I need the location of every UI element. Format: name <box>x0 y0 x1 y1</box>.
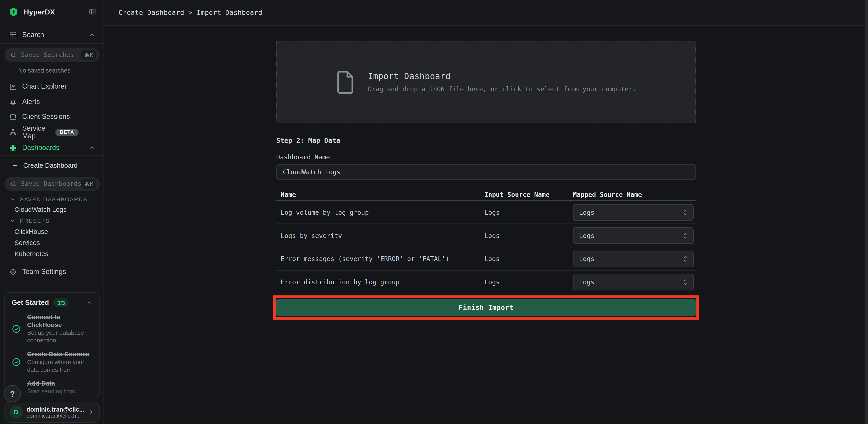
get-started-header[interactable]: Get Started 3/3 <box>11 298 92 307</box>
input-source-cell: Logs <box>485 278 573 286</box>
sidebar-item-label: Team Settings <box>22 268 66 275</box>
group-title: PRESETS <box>20 218 50 224</box>
table-header-row: Name Input Source Name Mapped Source Nam… <box>276 189 696 201</box>
chart-name-cell: Error distribution by log group <box>276 278 484 286</box>
beta-badge: BETA <box>55 129 79 136</box>
no-saved-searches-text: No saved searches <box>18 67 70 73</box>
sidebar-item-label: Dashboards <box>22 144 60 152</box>
chevron-up-down-icon <box>682 255 689 262</box>
table-row: Logs by severity Logs Logs <box>276 224 696 247</box>
mapped-source-value: Logs <box>579 231 682 239</box>
file-icon <box>336 70 356 95</box>
saved-searches-placeholder: Saved Searches <box>21 52 82 59</box>
breadcrumb: Create Dashboard > Import Dashboard <box>119 9 262 17</box>
preset-link-label: ClickHouse <box>14 228 48 235</box>
chevron-up-icon[interactable] <box>86 299 92 306</box>
preset-link-services[interactable]: Services <box>14 238 40 248</box>
magnifier-icon <box>10 52 17 59</box>
user-name: dominic.tran@clic... <box>27 406 88 412</box>
source-mapping-table: Name Input Source Name Mapped Source Nam… <box>276 189 696 294</box>
chart-name-cell: Error messages (severity 'ERROR' or 'FAT… <box>276 255 484 262</box>
chevron-up-icon[interactable] <box>89 32 95 38</box>
mapped-source-value: Logs <box>579 255 682 262</box>
dashboard-link-label: CloudWatch Logs <box>14 205 67 213</box>
chart-explorer-icon <box>9 82 17 90</box>
dropzone-title: Import Dashboard <box>368 71 636 81</box>
create-dashboard-button[interactable]: Create Dashboard <box>0 158 104 173</box>
mapped-source-value: Logs <box>579 208 682 216</box>
divider <box>0 156 104 156</box>
preset-link-kubernetes[interactable]: Kubernetes <box>14 249 49 258</box>
get-started-step-sources[interactable]: Create Data Sources Configure where your… <box>11 350 92 373</box>
laptop-icon <box>9 112 17 121</box>
chevron-up-down-icon <box>682 231 689 239</box>
plus-icon <box>11 162 18 169</box>
sidebar-item-team-settings[interactable]: Team Settings <box>0 264 104 280</box>
json-file-dropzone[interactable]: Import Dashboard Drag and drop a JSON fi… <box>276 41 696 123</box>
get-started-step-add-data[interactable]: Add Data Start sending logs, metrics, or… <box>11 380 92 397</box>
sidebar-item-service-map[interactable]: Service Map BETA <box>0 125 104 140</box>
sidebar-item-label: Service Map <box>22 125 55 140</box>
mapped-source-select[interactable]: Logs <box>573 227 694 243</box>
preset-link-label: Kubernetes <box>14 250 49 257</box>
mapped-source-select[interactable]: Logs <box>573 274 694 290</box>
dropzone-subtitle: Drag and drop a JSON file here, or click… <box>368 85 636 93</box>
dashboard-link-cloudwatch-logs[interactable]: CloudWatch Logs <box>14 205 67 214</box>
chart-name-cell: Logs by severity <box>276 231 484 239</box>
sidebar: HyperDX Search <box>0 0 104 424</box>
dashboard-name-input[interactable]: CloudWatch Logs <box>276 164 696 180</box>
sidebar-item-dashboards[interactable]: Dashboards <box>0 140 104 156</box>
user-account-button[interactable]: D dominic.tran@clic... dominic.tran@clic… <box>4 402 100 423</box>
preset-link-label: Services <box>14 239 40 247</box>
table-row: Error messages (severity 'ERROR' or 'FAT… <box>276 247 696 270</box>
sidebar-item-chart-explorer[interactable]: Chart Explorer <box>0 79 104 94</box>
chevron-up-down-icon <box>682 208 689 216</box>
saved-dashboards-group-header[interactable]: SAVED DASHBOARDS <box>10 195 88 204</box>
column-header-input-source: Input Source Name <box>485 191 573 198</box>
gear-icon <box>9 267 17 276</box>
help-button[interactable]: ? <box>4 385 21 402</box>
avatar: D <box>9 405 23 419</box>
dashboard-name-value: CloudWatch Logs <box>283 168 340 176</box>
sidebar-item-label: Alerts <box>22 98 40 105</box>
step-title: Add Data <box>27 380 93 387</box>
magnifier-icon <box>10 181 17 188</box>
chevron-up-down-icon <box>682 278 689 286</box>
finish-import-button[interactable]: Finish Import <box>276 299 696 317</box>
sidebar-section-search[interactable]: Search <box>0 27 104 43</box>
user-email: dominic.tran@clickh... <box>27 413 88 419</box>
sidebar-item-alerts[interactable]: Alerts <box>0 94 104 109</box>
mapped-source-value: Logs <box>579 278 682 286</box>
presets-group-header[interactable]: PRESETS <box>10 216 50 225</box>
check-circle-icon <box>11 324 21 333</box>
app-title: HyperDX <box>24 7 88 16</box>
mapped-source-select[interactable]: Logs <box>573 204 694 220</box>
chevron-up-icon[interactable] <box>89 144 95 151</box>
preset-link-clickhouse[interactable]: ClickHouse <box>14 227 48 236</box>
sidebar-collapse-icon[interactable] <box>89 8 96 15</box>
bell-icon <box>9 98 17 106</box>
sidebar-item-label: Client Sessions <box>22 113 70 121</box>
input-source-cell: Logs <box>485 255 573 262</box>
step-title: Create Data Sources <box>27 350 93 358</box>
column-header-name: Name <box>276 191 484 198</box>
app-window: HyperDX Search <box>0 0 868 424</box>
scrollbar-track[interactable] <box>865 0 868 424</box>
chevron-right-icon <box>88 409 95 415</box>
hyperdx-logo-icon <box>9 7 18 17</box>
shortcut-badge: ⌘K <box>82 179 96 189</box>
saved-searches-input[interactable]: Saved Searches ⌘K <box>4 48 100 62</box>
chart-name-cell: Log volume by log group <box>276 208 484 216</box>
table-row: Log volume by log group Logs Logs <box>276 201 696 224</box>
topbar: Create Dashboard > Import Dashboard <box>104 0 868 26</box>
dashboards-grid-icon <box>9 143 17 152</box>
dashboard-name-label: Dashboard Name <box>276 153 696 161</box>
group-title: SAVED DASHBOARDS <box>20 196 88 202</box>
sidebar-item-client-sessions[interactable]: Client Sessions <box>0 109 104 125</box>
create-dashboard-label: Create Dashboard <box>23 162 78 169</box>
step-subtitle: Start sending logs, metrics, or traces <box>27 388 93 397</box>
saved-dashboards-input[interactable]: Saved Dashboards ⌘K <box>4 177 100 191</box>
mapped-source-select[interactable]: Logs <box>573 251 694 267</box>
check-circle-icon <box>11 357 21 367</box>
get-started-step-connect[interactable]: Connect to ClickHouse Set up your databa… <box>11 313 92 344</box>
